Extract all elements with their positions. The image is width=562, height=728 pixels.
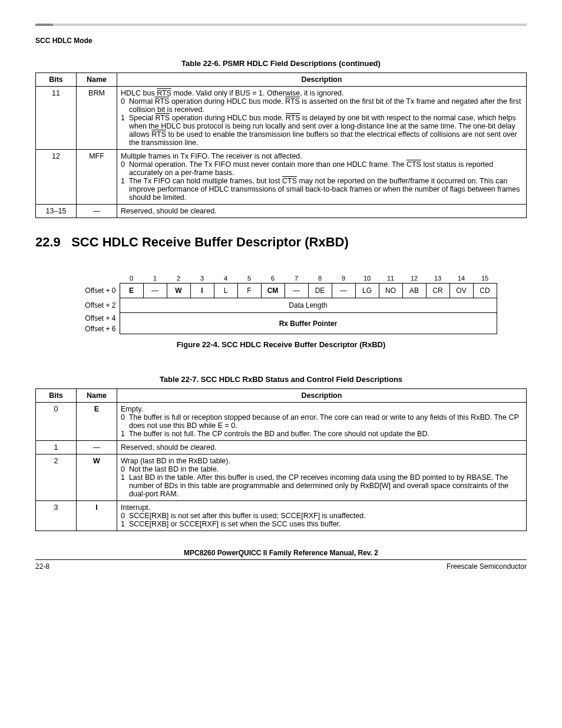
cell-name: — (77, 205, 117, 218)
manual-title: MPC8260 PowerQUICC II Family Reference M… (35, 549, 527, 557)
cell-bits: 1 (36, 441, 77, 454)
cell-name: I (77, 501, 117, 531)
cell-desc: HDLC bus RTS mode. Valid only if BUS = 1… (117, 87, 527, 150)
table-row: 11 BRM HDLC bus RTS mode. Valid only if … (36, 87, 527, 150)
th-name: Name (77, 73, 117, 87)
footer-rule (35, 559, 527, 560)
cell-desc: Interrupt. 0 SCCE[RXB] is not set after … (117, 501, 527, 531)
th-bits: Bits (36, 73, 77, 87)
cell-bits: 12 (36, 150, 77, 205)
offset0-row: Offset + 0 E — W I L F CM — DE — LG NO A… (69, 284, 497, 298)
cell-bits: 3 (36, 501, 77, 531)
bit-number-row: 0 1 2 3 4 5 6 7 8 9 10 11 12 13 14 15 (69, 274, 497, 284)
cell-bits: 0 (36, 403, 77, 441)
cell-desc: Reserved, should be cleared. (117, 441, 527, 454)
table-row: 12 MFF Multiple frames in Tx FIFO. The r… (36, 150, 527, 205)
cell-bits: 13–15 (36, 205, 77, 218)
rxbd-bitfield: 0 1 2 3 4 5 6 7 8 9 10 11 12 13 14 15 Of… (69, 274, 493, 334)
section-heading: 22.9 SCC HDLC Receive Buffer Descriptor … (35, 235, 527, 250)
th-bits: Bits (36, 389, 77, 403)
th-desc: Description (117, 73, 527, 87)
table7: Bits Name Description 0 E Empty. 0 The b… (35, 388, 527, 531)
cell-name: MFF (77, 150, 117, 205)
offset2-row: Offset + 2 Data Length (69, 298, 497, 313)
table-row: 0 E Empty. 0 The buffer is full or recep… (36, 403, 527, 441)
cell-desc: Empty. 0 The buffer is full or reception… (117, 403, 527, 441)
table-row: 1 — Reserved, should be cleared. (36, 441, 527, 454)
table-row: 13–15 — Reserved, should be cleared. (36, 205, 527, 218)
cell-name: W (77, 454, 117, 501)
cell-name: — (77, 441, 117, 454)
cell-desc: Wrap (last BD in the RxBD table). 0 Not … (117, 454, 527, 501)
section-number: 22.9 (35, 235, 61, 249)
page-header: SCC HDLC Mode (35, 37, 527, 45)
th-desc: Description (117, 389, 527, 403)
cell-name: E (77, 403, 117, 441)
cell-desc: Reserved, should be cleared. (117, 205, 527, 218)
th-name: Name (77, 389, 117, 403)
table-row: 3 I Interrupt. 0 SCCE[RXB] is not set af… (36, 501, 527, 531)
offset4-row: Offset + 4 Rx Buffer Pointer (69, 313, 497, 324)
table6-caption: Table 22-6. PSMR HDLC Field Descriptions… (35, 59, 527, 68)
table7-caption: Table 22-7. SCC HDLC RxBD Status and Con… (35, 375, 527, 384)
cell-bits: 11 (36, 87, 77, 150)
page-number: 22-8 (35, 562, 49, 571)
company-name: Freescale Semiconductor (447, 562, 527, 571)
top-rule (35, 24, 527, 26)
cell-desc: Multiple frames in Tx FIFO. The receiver… (117, 150, 527, 205)
table6: Bits Name Description 11 BRM HDLC bus RT… (35, 73, 527, 218)
cell-name: BRM (77, 87, 117, 150)
cell-bits: 2 (36, 454, 77, 501)
table-row: 2 W Wrap (last BD in the RxBD table). 0 … (36, 454, 527, 501)
figure-caption: Figure 22-4. SCC HDLC Receive Buffer Des… (35, 340, 527, 349)
page-footer: MPC8260 PowerQUICC II Family Reference M… (35, 549, 527, 571)
section-title: SCC HDLC Receive Buffer Descriptor (RxBD… (71, 235, 349, 249)
